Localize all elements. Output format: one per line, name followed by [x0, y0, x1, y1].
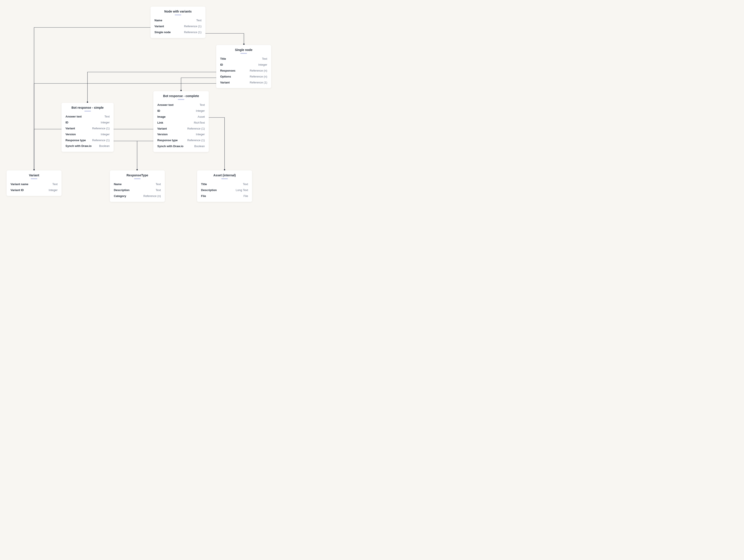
- field-key: Link: [157, 121, 163, 125]
- field-type: Reference (n): [250, 75, 267, 79]
- card-variant[interactable]: Variant Variant nameText Variant IDInteg…: [7, 170, 62, 196]
- field-type: Reference (n): [144, 194, 161, 198]
- field-row: IDInteger: [157, 108, 205, 114]
- field-type: Integer: [196, 109, 205, 113]
- field-key: Answer text: [157, 103, 174, 107]
- field-type: Reference (n): [250, 69, 267, 73]
- field-row: Answer textText: [157, 102, 205, 108]
- field-key: Name: [154, 19, 162, 23]
- field-key: Image: [157, 115, 166, 119]
- card-single-node[interactable]: Single node TitleText IDInteger Response…: [216, 45, 271, 88]
- field-key: Synch with Draw.io: [66, 144, 91, 148]
- field-type: Text: [156, 183, 161, 186]
- field-key: Description: [201, 189, 217, 192]
- card-response-type[interactable]: ResponseType NameText DescriptionText Ca…: [110, 170, 165, 202]
- field-row: VariantReference (1): [157, 126, 205, 132]
- card-title: Variant: [10, 173, 58, 177]
- field-row: TitleText: [220, 56, 267, 62]
- field-key: Description: [114, 189, 129, 192]
- card-bot-response-complete[interactable]: Bot response - complete Answer textText …: [153, 91, 209, 152]
- field-row: Variant IDInteger: [10, 187, 58, 193]
- card-node-with-variants[interactable]: Node with variants NameText VariantRefer…: [150, 7, 206, 38]
- field-key: Single node: [154, 31, 171, 34]
- field-row: CategoryReference (n): [114, 193, 161, 199]
- field-key: Answer text: [66, 115, 82, 119]
- field-type: Long Text: [236, 189, 248, 192]
- svg-point-1: [243, 43, 245, 45]
- accent-bar: [84, 111, 91, 112]
- field-type: Reference (1): [184, 31, 201, 34]
- field-row: ResponsesReference (n): [220, 68, 267, 74]
- field-type: Reference (1): [92, 138, 110, 142]
- field-key: ID: [220, 63, 223, 67]
- field-type: Reference (1): [92, 127, 110, 130]
- field-key: Title: [201, 183, 207, 186]
- field-row: OptionsReference (n): [220, 74, 267, 80]
- field-key: Responses: [220, 69, 235, 73]
- card-title: Bot response - simple: [66, 106, 110, 109]
- field-type: Boolean: [99, 144, 110, 148]
- field-row: DescriptionText: [114, 187, 161, 193]
- field-row: Response typeReference (1): [66, 137, 110, 144]
- field-key: ID: [157, 109, 160, 113]
- field-row: IDInteger: [220, 62, 267, 68]
- field-type: Boolean: [194, 145, 205, 148]
- accent-bar: [31, 178, 37, 179]
- field-key: Options: [220, 75, 231, 79]
- field-key: Variant: [220, 81, 230, 85]
- field-row: NameText: [114, 182, 161, 187]
- field-type: Integer: [101, 121, 110, 124]
- field-row: Answer textText: [66, 114, 110, 120]
- accent-bar: [240, 53, 247, 54]
- field-type: Integer: [101, 133, 110, 136]
- field-row: LinkRichText: [157, 120, 205, 126]
- field-row: VariantReference (1): [66, 126, 110, 131]
- field-type: Text: [199, 103, 205, 107]
- field-type: Reference (1): [250, 81, 267, 85]
- field-type: Reference (1): [187, 127, 205, 131]
- field-row: Synch with Draw.ioBoolean: [157, 144, 205, 149]
- field-key: Variant: [66, 127, 75, 130]
- field-type: Text: [104, 115, 110, 119]
- field-key: Response type: [157, 138, 178, 142]
- field-type: Integer: [49, 189, 58, 192]
- field-row: TitleText: [201, 182, 248, 187]
- accent-bar: [134, 178, 141, 179]
- field-type: Reference (1): [187, 138, 205, 142]
- card-title: Node with variants: [154, 10, 201, 13]
- field-row: FileFile: [201, 193, 248, 199]
- field-row: VariantReference (1): [220, 80, 267, 86]
- field-row: VersionInteger: [66, 131, 110, 137]
- diagram-canvas[interactable]: Node with variants NameText VariantRefer…: [0, 0, 279, 210]
- field-row: VariantReference (1): [154, 24, 201, 30]
- field-key: Version: [157, 133, 168, 136]
- field-key: Synch with Draw.io: [157, 145, 183, 148]
- field-type: Integer: [258, 63, 267, 67]
- field-key: Variant: [157, 127, 167, 131]
- field-key: Response type: [66, 138, 86, 142]
- accent-bar: [178, 99, 184, 100]
- field-key: Variant name: [10, 183, 28, 186]
- card-title: ResponseType: [114, 173, 161, 177]
- card-title: Single node: [220, 48, 267, 52]
- accent-bar: [221, 178, 228, 179]
- field-type: Text: [262, 57, 267, 61]
- field-key: ID: [66, 121, 68, 124]
- field-row: ImageAsset: [157, 114, 205, 120]
- field-row: IDInteger: [66, 120, 110, 126]
- field-key: Title: [220, 57, 226, 61]
- field-key: Variant ID: [10, 189, 24, 192]
- field-key: Name: [114, 183, 121, 186]
- field-type: Text: [243, 183, 248, 186]
- field-row: DescriptionLong Text: [201, 187, 248, 193]
- field-type: Text: [156, 189, 161, 192]
- field-row: NameText: [154, 17, 201, 24]
- field-type: File: [244, 194, 248, 198]
- card-asset-internal[interactable]: Asset (internal) TitleText DescriptionLo…: [197, 170, 252, 202]
- card-title: Bot response - complete: [157, 94, 205, 98]
- field-row: Variant nameText: [10, 182, 58, 187]
- card-bot-response-simple[interactable]: Bot response - simple Answer textText ID…: [62, 103, 114, 152]
- field-key: Variant: [154, 25, 164, 28]
- field-key: Version: [66, 133, 76, 136]
- field-key: File: [201, 194, 206, 198]
